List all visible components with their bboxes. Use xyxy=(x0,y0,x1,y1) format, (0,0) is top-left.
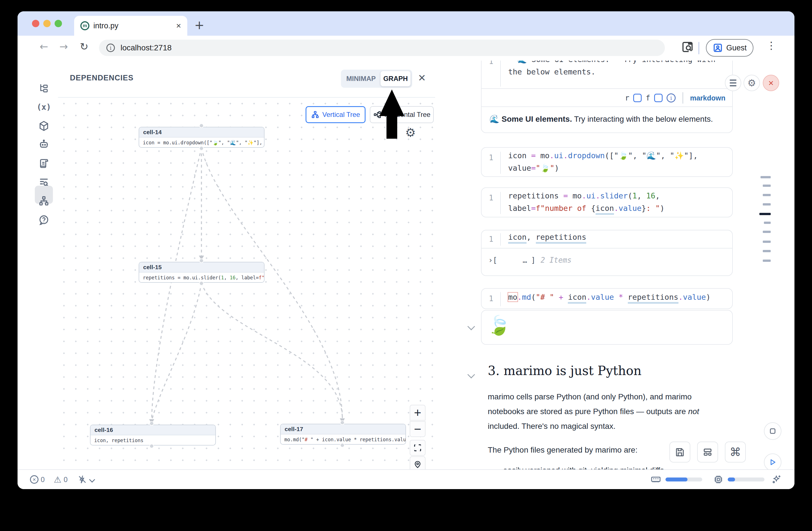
save-button[interactable] xyxy=(669,442,690,462)
profile-button[interactable]: Guest xyxy=(706,39,753,57)
cell-outline-mark[interactable] xyxy=(763,185,771,187)
variables-icon[interactable]: (x) xyxy=(38,101,50,113)
cell-outline-mark[interactable] xyxy=(763,203,771,205)
md-call-code-cell[interactable]: 1 mo.md("# " + icon.value * repetitions.… xyxy=(481,288,733,309)
info-icon[interactable]: i xyxy=(667,94,676,102)
cell-outline-mark[interactable] xyxy=(763,231,771,233)
cpu-chip-icon xyxy=(713,474,724,485)
vertical-tree-icon xyxy=(311,110,319,119)
graph-node-cell-14[interactable]: cell-14 icon = mo.ui.dropdown(["🍃", "🌊",… xyxy=(139,127,264,148)
markdown-cell[interactable]: 1 **🌊 Some UI elements.** Try interactin… xyxy=(481,60,733,133)
run-button[interactable] xyxy=(764,454,781,470)
ai-assist-button[interactable] xyxy=(771,470,782,489)
code-line[interactable]: **🌊 Some UI elements.** Try interacting … xyxy=(508,60,715,64)
memory-meter xyxy=(665,477,702,482)
shortcuts-button[interactable]: ⌘ xyxy=(725,442,746,462)
horizontal-tree-button[interactable]: Horizontal Tree xyxy=(370,106,434,123)
cell-outline-mark[interactable] xyxy=(763,260,771,262)
tuple-code-cell[interactable]: 1 icon, repetitions ›[…]2 Items xyxy=(481,230,733,276)
code-line[interactable]: icon = mo.ui.dropdown(["🍃", "🌊", "✨"], xyxy=(508,151,698,160)
line-number: 1 xyxy=(489,154,493,162)
cell-outline-mark[interactable] xyxy=(764,221,771,224)
node-title: cell-17 xyxy=(281,424,405,434)
ai-chat-icon[interactable] xyxy=(38,138,50,150)
cell-divider xyxy=(481,88,732,89)
vertical-tree-button[interactable]: Vertical Tree xyxy=(306,106,365,123)
expander-chevron[interactable]: › xyxy=(488,256,493,264)
memory-usage[interactable] xyxy=(650,470,702,489)
tuple-output[interactable]: ›[…]2 Items xyxy=(488,256,571,264)
cell-outline-mark-active[interactable] xyxy=(759,213,771,215)
back-icon[interactable]: ← xyxy=(40,41,48,52)
code-line[interactable]: icon, repetitions xyxy=(508,233,586,241)
errors-indicator[interactable]: × 0 xyxy=(30,470,45,489)
site-info-icon[interactable]: i xyxy=(106,44,115,52)
code-line[interactable]: value="🍃") xyxy=(508,163,559,173)
screenshot-stage: m intro.py × + ← → ↻ i localhost:2718 xyxy=(0,0,812,531)
runtime-mode-control[interactable] xyxy=(77,470,94,489)
maximize-window-button[interactable] xyxy=(55,20,62,27)
slider-code-cell[interactable]: 1 repetitions = mo.ui.slider(1, 16, labe… xyxy=(481,187,733,217)
ram-icon xyxy=(650,474,662,485)
dropdown-code-cell[interactable]: 1 icon = mo.ui.dropdown(["🍃", "🌊", "✨"],… xyxy=(481,147,733,177)
code-line[interactable]: label=f"number of {icon.value}: ") xyxy=(508,204,665,213)
reload-icon[interactable]: ↻ xyxy=(80,41,88,52)
play-icon xyxy=(769,458,777,466)
tab-close-icon[interactable]: × xyxy=(176,21,181,31)
layout-button[interactable] xyxy=(697,442,718,462)
packages-icon[interactable] xyxy=(38,120,50,132)
format-checkbox[interactable] xyxy=(654,94,663,102)
forward-icon[interactable]: → xyxy=(59,41,68,52)
hamburger-icon xyxy=(730,82,737,84)
code-line[interactable]: repetitions = mo.ui.slider(1, 16, xyxy=(508,191,660,200)
language-label[interactable]: markdown xyxy=(690,94,725,102)
graph-edges xyxy=(58,98,435,470)
dependency-graph-icon[interactable] xyxy=(38,195,50,207)
cell-config-gear-button[interactable]: ⚙ xyxy=(743,75,760,91)
browser-toolbar: ← → ↻ i localhost:2718 Guest xyxy=(17,36,795,61)
zoom-in-button[interactable]: + xyxy=(410,405,425,421)
code-line[interactable]: mo.md("# " + icon.value * repetitions.va… xyxy=(508,293,710,301)
gutter-divider xyxy=(500,233,501,246)
graph-settings-gear-icon[interactable]: ⚙ xyxy=(405,127,416,139)
close-panel-icon[interactable]: ✕ xyxy=(418,73,426,83)
stop-button[interactable] xyxy=(764,422,781,440)
close-window-button[interactable] xyxy=(32,20,39,27)
tab-graph[interactable]: GRAPH xyxy=(380,71,410,86)
cell-outline-mark[interactable] xyxy=(763,250,771,252)
search-tabs-icon[interactable] xyxy=(681,40,694,54)
new-tab-button[interactable]: + xyxy=(194,19,204,31)
zoom-out-button[interactable]: − xyxy=(410,421,425,437)
code-line[interactable]: the below elements. xyxy=(508,67,596,76)
section-collapse-chevron-icon[interactable] xyxy=(467,371,475,378)
reactive-checkbox[interactable] xyxy=(633,94,642,102)
paragraph-line: notebooks are stored as pure Python file… xyxy=(488,407,699,416)
cell-outline-mark[interactable] xyxy=(763,241,771,243)
cell-menu-button[interactable] xyxy=(725,75,741,91)
warnings-indicator[interactable]: ⚠ 0 xyxy=(54,470,68,489)
cell-outline-mark[interactable] xyxy=(763,194,771,196)
file-tree-icon[interactable] xyxy=(38,82,50,95)
browser-tab[interactable]: m intro.py × xyxy=(74,16,187,36)
dependency-graph-canvas[interactable]: Vertical Tree Horizontal Tree ⚙ cell-14 … xyxy=(58,98,435,470)
browser-menu-icon[interactable]: ⋮ xyxy=(766,40,777,51)
url-bar[interactable]: i localhost:2718 xyxy=(99,40,665,56)
cpu-usage[interactable] xyxy=(713,470,765,489)
node-port xyxy=(340,420,345,425)
graph-node-cell-16[interactable]: cell-16 icon, repetitions xyxy=(90,425,216,446)
graph-node-cell-15[interactable]: cell-15 repetitions = mo.ui.slider(1, 16… xyxy=(139,262,264,283)
paragraph-line: The Python files generated by marimo are… xyxy=(488,446,637,455)
interrupt-button[interactable]: × xyxy=(763,75,779,91)
fit-view-button[interactable] xyxy=(410,440,425,456)
collapse-chevron-icon[interactable] xyxy=(467,323,475,330)
locate-cell-button[interactable] xyxy=(410,456,425,470)
graph-node-cell-17[interactable]: cell-17 mo.md("# " + icon.value * repeti… xyxy=(280,424,406,445)
view-mode-switch: MINIMAP GRAPH xyxy=(341,70,412,88)
toolbar-separator xyxy=(698,42,699,54)
minimize-window-button[interactable] xyxy=(43,20,50,27)
node-port xyxy=(199,281,204,286)
tab-minimap[interactable]: MINIMAP xyxy=(341,70,381,88)
help-icon[interactable] xyxy=(38,214,50,226)
scratchpad-icon[interactable] xyxy=(38,157,50,170)
cell-outline-mark[interactable] xyxy=(760,176,771,178)
